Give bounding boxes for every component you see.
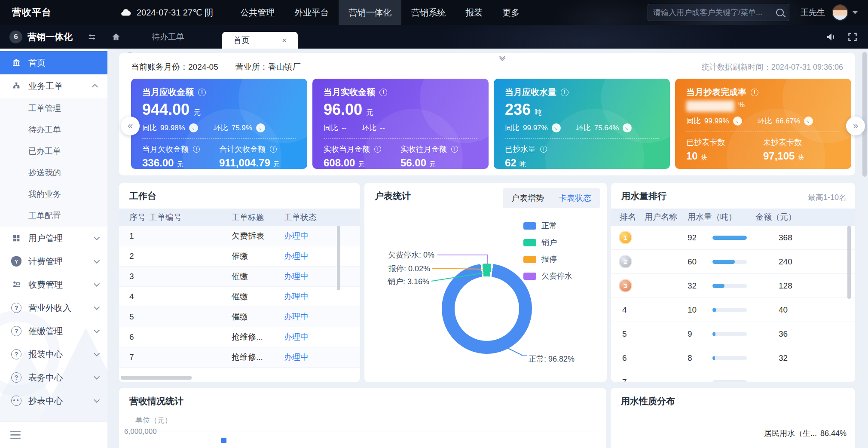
switch-product-icon[interactable] xyxy=(87,32,97,42)
page-scrollbar[interactable] xyxy=(862,52,867,177)
legend-item[interactable]: 销户 xyxy=(523,237,572,248)
submetric-value: 336.00 xyxy=(142,157,174,169)
home-icon[interactable] xyxy=(111,32,121,42)
speaker-icon[interactable] xyxy=(826,32,836,42)
legend-item[interactable]: 正常 xyxy=(523,221,572,231)
sidebar: 首页 业务工单 工单管理 xyxy=(0,49,107,448)
revenue-legend-marker[interactable] xyxy=(221,438,226,443)
amount-value: 40 xyxy=(755,305,855,315)
ranking-row[interactable]: 5 9 36 xyxy=(611,322,855,346)
revenue-title: 营收情况统计 xyxy=(119,388,606,414)
cloud-icon xyxy=(120,7,131,18)
top-nav-item[interactable]: 更多 xyxy=(492,0,529,25)
table-row[interactable]: 7 抢维修... 办理中 xyxy=(119,347,360,368)
meter-stats-tab[interactable]: 户表增势 xyxy=(511,193,544,204)
sidebar-item[interactable]: 收费管理 xyxy=(0,273,107,296)
table-row[interactable]: 6 抢维修... 办理中 xyxy=(119,327,360,347)
workspace-bar: 6 营销一体化 待办工单 × 首页 × xyxy=(0,25,868,49)
sidebar-subitem[interactable]: 工单配置 xyxy=(0,205,107,227)
sidebar-item[interactable]: 报装中心 xyxy=(0,343,107,366)
order-status-link[interactable]: 办理中 xyxy=(284,231,309,240)
ranking-vscrollbar[interactable] xyxy=(847,226,851,299)
ranking-row[interactable]: 4 10 40 xyxy=(611,298,855,322)
submetric-label: 已抄水量 xyxy=(505,144,536,154)
cards-next-button[interactable] xyxy=(846,117,865,135)
info-icon[interactable] xyxy=(374,146,381,153)
info-icon[interactable] xyxy=(751,89,758,96)
workspace-tab[interactable]: 待办工单 × xyxy=(141,25,196,49)
sidebar-item-icon xyxy=(11,396,21,406)
order-status-link[interactable]: 办理中 xyxy=(284,332,309,341)
top-nav: 公共管理 外业平台 营销一体化 营销系统 报装 更多 xyxy=(230,0,529,25)
table-row[interactable]: 3 催缴 办理中 xyxy=(119,267,360,287)
info-icon[interactable] xyxy=(193,146,200,153)
stat-card-unit: % xyxy=(738,101,745,109)
fullscreen-icon[interactable] xyxy=(847,32,858,42)
menu-list-icon[interactable] xyxy=(10,434,21,436)
close-tab-icon[interactable]: × xyxy=(282,36,287,45)
top-nav-item[interactable]: 营销系统 xyxy=(401,0,455,25)
workbench-hscrollbar[interactable] xyxy=(121,376,192,380)
submetric-label: 实收当月金额 xyxy=(324,144,370,154)
legend-item[interactable]: 欠费停水 xyxy=(523,271,572,281)
product-badge: 6 xyxy=(9,31,22,43)
avatar[interactable] xyxy=(832,4,848,21)
top-nav-item[interactable]: 报装 xyxy=(455,0,492,25)
info-icon[interactable] xyxy=(270,146,277,153)
sidebar-item[interactable]: 首页 xyxy=(0,51,107,74)
info-icon[interactable] xyxy=(379,89,387,96)
sidebar-subitem[interactable]: 工单管理 xyxy=(0,98,107,119)
sidebar-item[interactable]: 抄表中心 xyxy=(0,389,107,412)
sidebar-subitem[interactable]: 待办工单 xyxy=(0,119,107,141)
order-status-link[interactable]: 办理中 xyxy=(284,353,309,362)
info-icon[interactable] xyxy=(451,146,458,153)
callout-line xyxy=(504,346,522,355)
info-icon[interactable] xyxy=(561,89,568,96)
sidebar-subitem[interactable]: 抄送我的 xyxy=(0,162,107,184)
order-status-link[interactable]: 办理中 xyxy=(284,292,309,301)
mom-label: 环比 xyxy=(576,123,591,133)
sidebar-item[interactable]: 催缴管理 xyxy=(0,319,107,343)
legend-swatch xyxy=(523,222,536,230)
table-row[interactable]: 5 催缴 办理中 xyxy=(119,307,360,327)
ranking-row[interactable]: 3 32 128 xyxy=(611,274,855,298)
meter-stats-tab[interactable]: 卡表状态 xyxy=(559,193,591,204)
submetric-value: 911,004.79 xyxy=(219,157,270,169)
collapse-notch[interactable] xyxy=(483,53,522,64)
ranking-row[interactable]: 7 xyxy=(611,370,855,382)
top-nav-item[interactable]: 外业平台 xyxy=(284,0,339,25)
info-icon[interactable] xyxy=(540,146,547,153)
ranking-row[interactable]: 2 60 240 xyxy=(611,250,855,274)
table-row[interactable]: 4 催缴 办理中 xyxy=(119,287,360,307)
table-row[interactable]: 1 欠费拆表 办理中 xyxy=(119,226,360,246)
order-status-link[interactable]: 办理中 xyxy=(284,252,309,261)
sidebar-item[interactable]: 用户管理 xyxy=(0,227,107,250)
search-icon[interactable] xyxy=(776,9,784,16)
water-nature-legend[interactable]: 居民用水（生... 86.44% xyxy=(746,428,847,439)
sidebar-item[interactable]: 计费管理 xyxy=(0,250,107,273)
order-status-link[interactable]: 办理中 xyxy=(284,272,309,281)
info-icon[interactable] xyxy=(198,89,206,96)
top-nav-item[interactable]: 公共管理 xyxy=(230,0,284,25)
cards-prev-button[interactable] xyxy=(121,117,140,135)
legend-item[interactable]: 报停 xyxy=(523,254,572,264)
ranking-row[interactable]: 1 92 368 xyxy=(611,226,855,250)
top-nav-item[interactable]: 营销一体化 xyxy=(339,0,401,25)
overview-panel: 当前账务月份： 2024-05 营业所： 香山镇厂 统计数据刷新时间：2024-… xyxy=(119,53,855,175)
order-status-link[interactable]: 办理中 xyxy=(284,312,309,321)
sidebar-subitem[interactable]: 我的业务 xyxy=(0,184,107,205)
table-row[interactable]: 2 催缴 办理中 xyxy=(119,246,360,267)
workspace-tab[interactable]: 首页 × xyxy=(222,32,298,49)
row-index: 7 xyxy=(119,353,149,362)
sidebar-subitem[interactable]: 已办工单 xyxy=(0,141,107,162)
ranking-row[interactable]: 6 8 32 xyxy=(611,346,855,370)
user-menu-caret-icon[interactable] xyxy=(853,11,858,14)
main-content: 当前账务月份： 2024-05 营业所： 香山镇厂 统计数据刷新时间：2024-… xyxy=(107,49,868,448)
stat-card-submetric: 实收往月金额 56.00 元 xyxy=(400,144,477,169)
sidebar-item[interactable]: 业务工单 xyxy=(0,74,107,98)
sidebar-item[interactable]: 营业外收入 xyxy=(0,296,107,319)
sidebar-item-icon xyxy=(11,303,21,313)
sidebar-item[interactable]: 表务中心 xyxy=(0,366,107,389)
chevron-icon xyxy=(92,84,98,90)
workbench-vscrollbar[interactable] xyxy=(337,226,340,290)
